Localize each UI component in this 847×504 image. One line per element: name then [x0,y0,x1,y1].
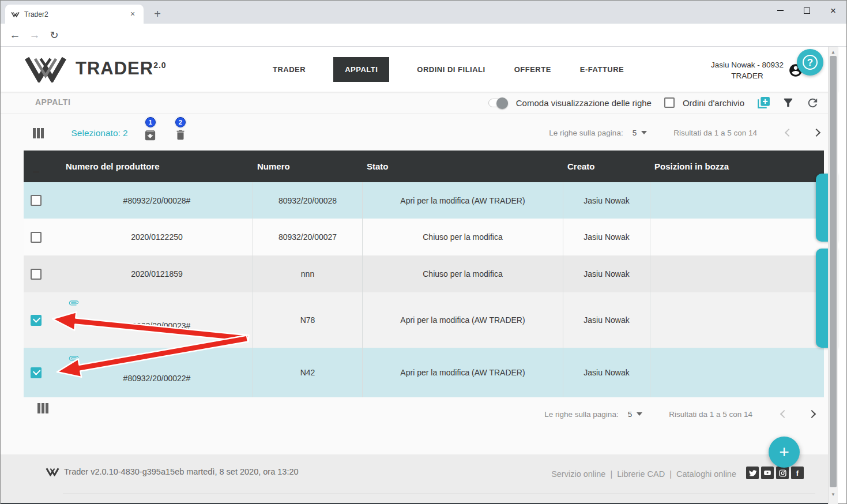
cell-numero: N42 [253,348,362,397]
row-checkbox-cell[interactable] [24,348,61,397]
selection-actions-row: Selezionato: 2 1 2 [33,123,188,144]
rows-per-page-label: Le righe sulla pagina: [549,129,623,137]
next-page-button[interactable] [812,129,820,137]
cell-stato: Chiuso per la modifica [362,255,563,292]
vertical-scrollbar[interactable]: ▲ ▼ [828,47,838,504]
attachment-paperclip-icon [69,353,79,363]
col-header-producer[interactable]: Numero del produttore [61,161,253,171]
cell-producer: 2020/0121859 [61,255,253,292]
row-checkbox[interactable] [31,367,42,378]
tab-close-icon[interactable]: × [127,9,138,20]
cell-creato: Jasiu Nowak [563,348,650,397]
results-range-label: Risultati da 1 a 5 con 14 [669,410,752,419]
youtube-icon[interactable] [761,467,774,479]
twitter-icon[interactable] [746,467,759,479]
prev-page-button[interactable] [785,129,793,137]
col-header-bozza[interactable]: Posizioni in bozza [650,161,824,171]
table-row[interactable]: 2020/0122250 80932/20/00027 Chiuso per l… [24,219,824,255]
row-checkbox[interactable] [31,315,42,326]
table-row[interactable]: 2020/0121859 nnn Chiuso per la modifica … [24,255,824,292]
nav-item-offerte[interactable]: OFFERTE [513,57,552,82]
annotation-badge-2: 2 [175,117,186,127]
row-checkbox[interactable] [31,269,42,280]
cell-numero: 80932/20/00028 [253,182,362,219]
cell-stato: Chiuso per la modifica [362,219,563,255]
nav-item-appalti[interactable]: APPALTI [333,57,389,82]
link-librerie-cad[interactable]: Librerie CAD [617,469,665,479]
cell-bozza [650,255,824,292]
cell-numero: nnn [253,255,362,292]
scrollbar-down-icon[interactable]: ▼ [829,492,838,497]
link-servizio-online[interactable]: Servizio online [551,469,605,479]
column-settings-button-bottom[interactable] [37,403,48,416]
app-header: TRADER2.0 TRADER APPALTI ORDINI DI FILIA… [1,47,838,92]
table-header-row: Numero del produttore Numero Stato Creat… [24,151,824,182]
cell-numero: N78 [253,292,362,348]
table-row[interactable]: #80932/20/00023# N78 Apri per la modific… [24,292,824,348]
nav-item-trader[interactable]: TRADER [272,57,307,82]
rows-per-page-value[interactable]: 5 [628,410,633,419]
cell-numero: 80932/20/00027 [253,219,362,255]
add-view-button[interactable] [756,96,770,110]
cell-bozza [650,182,824,219]
main-nav: TRADER APPALTI ORDINI DI FILIALI OFFERTE… [272,47,625,92]
library-add-icon [756,96,770,110]
question-mark-icon: ? [803,55,818,70]
row-checkbox-cell[interactable] [24,255,61,292]
delete-selected-button[interactable]: 2 [173,125,188,142]
archive-orders-checkbox[interactable] [664,97,675,108]
comfort-view-label: Comoda visualizzazione delle righe [516,98,652,108]
col-header-creato[interactable]: Creato [563,161,650,171]
row-checkbox-cell[interactable] [24,182,61,219]
rows-per-page-caret-icon[interactable] [637,412,642,416]
archive-download-icon [144,129,157,142]
filter-button[interactable] [782,96,795,109]
new-order-fab[interactable] [769,437,800,468]
prev-page-button[interactable] [780,410,788,418]
nav-item-e-fatture[interactable]: E-FATTURE [579,57,625,82]
facebook-icon[interactable]: f [791,467,804,479]
tab-title: Trader2 [24,10,127,18]
window-close-button[interactable]: × [820,1,846,20]
rows-per-page-caret-icon[interactable] [641,131,647,134]
refresh-button[interactable] [806,96,819,110]
new-tab-button[interactable]: + [149,6,165,22]
browser-tab[interactable]: Trader2 × [5,5,144,24]
app-footer: Trader v2.0.10-4830-g395a15eb martedì, 8… [1,454,838,504]
footer-w-logo [46,467,59,476]
next-page-button[interactable] [808,410,816,418]
footer-links: Servizio online|Librerie CAD|Cataloghi o… [551,469,736,479]
reload-button[interactable]: ↻ [44,29,64,42]
forward-button[interactable]: → [25,29,44,42]
row-checkbox[interactable] [31,195,42,206]
scrollbar-up-icon[interactable]: ▲ [829,50,838,55]
archive-selected-button[interactable]: 1 [143,125,158,142]
toolbar-divider [1,114,838,114]
row-checkbox[interactable] [31,232,42,243]
selected-count-label: Selezionato: 2 [71,128,128,138]
table-row[interactable]: #80932/20/00022# N42 Apri per la modific… [24,348,824,397]
wisniowski-logo [24,55,67,82]
row-checkbox-cell[interactable] [24,292,61,348]
comfort-view-toggle[interactable] [488,99,508,107]
back-button[interactable]: ← [5,29,25,42]
window-maximize-button[interactable] [793,1,820,20]
column-settings-button[interactable] [33,128,44,138]
col-header-numero[interactable]: Numero [253,161,362,171]
window-minimize-button[interactable] [767,1,793,20]
rows-per-page-value[interactable]: 5 [633,129,637,137]
row-checkbox-cell[interactable] [24,219,61,255]
help-button[interactable]: ? [797,49,823,76]
link-cataloghi-online[interactable]: Cataloghi online [676,469,736,479]
section-title: APPALTI [35,97,70,107]
scrollbar-thumb[interactable] [830,56,837,487]
orders-table: Numero del produttore Numero Stato Creat… [24,151,824,397]
version-info: Trader v2.0.10-4830-g395a15eb martedì, 8… [46,467,299,476]
cell-bozza [650,292,824,348]
col-header-stato[interactable]: Stato [362,161,563,171]
table-row[interactable]: #80932/20/00028# 80932/20/00028 Apri per… [24,182,824,219]
cell-producer: 2020/0122250 [61,219,253,255]
nav-item-ordini-di-filiali[interactable]: ORDINI DI FILIALI [416,57,486,82]
instagram-icon[interactable] [776,467,789,479]
maximize-icon [804,7,810,14]
